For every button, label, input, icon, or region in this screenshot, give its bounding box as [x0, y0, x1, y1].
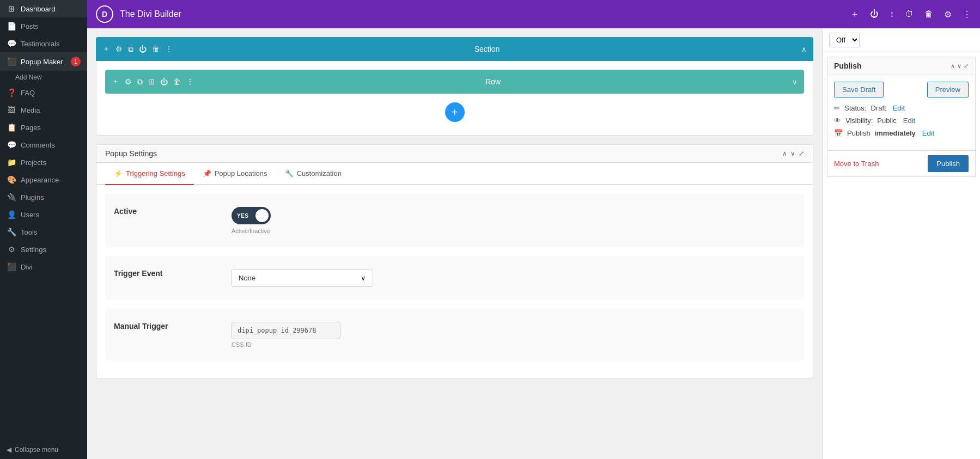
toggle-knob — [255, 209, 269, 222]
sidebar-item-popup-maker[interactable]: ⬛ Popup Maker 1 — [0, 52, 87, 71]
section-bar: ＋ ⚙ ⧉ ⏻ 🗑 ⋮ Section ∧ — [96, 37, 813, 61]
section-duplicate-icon[interactable]: ⧉ — [128, 45, 133, 54]
publish-time-edit-link[interactable]: Edit — [922, 129, 934, 137]
publish-panel: Publish ∧ ∨ ⤢ Save Draft Preview ✏ — [827, 57, 976, 177]
publish-expand-icon[interactable]: ⤢ — [964, 63, 969, 70]
projects-icon: 📁 — [7, 158, 16, 167]
sidebar-item-dashboard[interactable]: ⊞ Dashboard — [0, 0, 87, 17]
row-more-icon[interactable]: ⋮ — [186, 77, 194, 86]
add-module-button[interactable]: + — [445, 102, 465, 122]
divi-builder-title: The Divi Builder — [120, 9, 844, 19]
row-bar-title: Row — [194, 77, 792, 86]
row-columns-icon[interactable]: ⊞ — [148, 77, 155, 86]
row-duplicate-icon[interactable]: ⧉ — [137, 77, 143, 87]
panel-up-icon[interactable]: ∧ — [782, 150, 787, 157]
panel-down-icon[interactable]: ∨ — [790, 150, 795, 157]
css-id-label: CSS ID — [232, 341, 795, 348]
more-options-icon[interactable]: ⋮ — [963, 9, 971, 20]
sidebar-item-settings[interactable]: ⚙ Settings — [0, 241, 87, 258]
right-sidebar: Off Publish ∧ ∨ ⤢ Save Draft Preview — [822, 28, 980, 459]
sidebar-item-plugins[interactable]: 🔌 Plugins — [0, 188, 87, 206]
visibility-edit-link[interactable]: Edit — [903, 117, 915, 125]
responsive-icon[interactable]: ↕ — [890, 9, 894, 19]
builder-area: ＋ ⚙ ⧉ ⏻ 🗑 ⋮ Section ∧ ＋ ⚙ ⧉ — [87, 28, 980, 459]
row-power-icon[interactable]: ⏻ — [160, 77, 168, 86]
section-trash-icon[interactable]: 🗑 — [152, 45, 160, 53]
settings-icon: ⚙ — [7, 245, 16, 254]
main-content: D The Divi Builder ＋ ⏻ ↕ ⏱ 🗑 ⚙ ⋮ ＋ ⚙ ⧉ ⏻… — [87, 0, 980, 459]
publish-meta: ✏ Status: Draft Edit 👁 Visibility: Publi… — [834, 104, 969, 137]
popup-tabs: ⚡ Triggering Settings 📌 Popup Locations … — [96, 163, 813, 185]
publish-time-row: 📅 Publish immediately Edit — [834, 129, 969, 137]
save-draft-button[interactable]: Save Draft — [834, 82, 884, 97]
add-module-area: + — [105, 94, 804, 126]
manual-trigger-input[interactable] — [232, 322, 340, 339]
tab-customization[interactable]: 🔧 Customization — [276, 163, 350, 185]
row-settings-icon[interactable]: ⚙ — [125, 77, 132, 86]
testimonials-icon: 💬 — [7, 39, 16, 48]
section-content: ＋ ⚙ ⧉ ⊞ ⏻ 🗑 ⋮ Row ∨ + — [96, 61, 813, 136]
row-bar-left-icons: ＋ ⚙ ⧉ ⊞ ⏻ 🗑 ⋮ — [112, 77, 194, 87]
manual-trigger-control: CSS ID — [232, 322, 795, 348]
publish-header-controls: ∧ ∨ ⤢ — [951, 63, 969, 70]
trigger-event-dropdown[interactable]: None ∨ — [232, 269, 373, 287]
sidebar-item-posts[interactable]: 📄 Posts — [0, 17, 87, 35]
sidebar-item-divi[interactable]: ⬛ Divi — [0, 258, 87, 276]
section-more-icon[interactable]: ⋮ — [165, 45, 173, 53]
row-trash-icon[interactable]: 🗑 — [173, 77, 181, 86]
sidebar-item-media[interactable]: 🖼 Media — [0, 101, 87, 119]
row-collapse-icon[interactable]: ∨ — [792, 78, 798, 86]
section-bar-title: Section — [173, 45, 801, 53]
panel-controls: ∧ ∨ ⤢ — [782, 150, 804, 157]
divi-builder-header: D The Divi Builder ＋ ⏻ ↕ ⏱ 🗑 ⚙ ⋮ — [87, 0, 980, 28]
history-icon[interactable]: ⏱ — [905, 9, 914, 19]
sidebar-sub-add-new[interactable]: Add New — [0, 71, 87, 84]
off-select[interactable]: Off — [829, 33, 860, 47]
section-settings-icon[interactable]: ⚙ — [115, 45, 123, 53]
tab-popup-locations[interactable]: 📌 Popup Locations — [194, 163, 276, 185]
collapse-menu-btn[interactable]: ◀ Collapse menu — [0, 440, 87, 459]
sidebar-item-faq[interactable]: ❓ FAQ — [0, 84, 87, 101]
sidebar-item-appearance[interactable]: 🎨 Appearance — [0, 171, 87, 188]
publish-title: Publish — [834, 62, 862, 70]
publish-label: Publish — [847, 129, 871, 137]
popup-maker-badge: 1 — [71, 57, 81, 66]
power-icon[interactable]: ⏻ — [870, 9, 879, 19]
sidebar-item-projects[interactable]: 📁 Projects — [0, 154, 87, 171]
dropdown-chevron-icon: ∨ — [361, 274, 366, 282]
tab-triggering-settings[interactable]: ⚡ Triggering Settings — [105, 163, 194, 185]
visibility-label: Visibility: — [845, 117, 873, 125]
sidebar-item-users[interactable]: 👤 Users — [0, 206, 87, 223]
publish-up-icon[interactable]: ∧ — [951, 63, 955, 70]
publish-button[interactable]: Publish — [928, 155, 969, 172]
section-power-icon[interactable]: ⏻ — [139, 45, 147, 53]
preview-button[interactable]: Preview — [927, 82, 969, 97]
calendar-icon: 📅 — [834, 129, 843, 137]
status-edit-link[interactable]: Edit — [893, 104, 905, 112]
sidebar-item-pages[interactable]: 📋 Pages — [0, 119, 87, 136]
visibility-value: Public — [877, 117, 896, 125]
trash-icon[interactable]: 🗑 — [924, 9, 933, 19]
manual-trigger-row: Manual Trigger CSS ID — [105, 309, 804, 361]
add-content-icon[interactable]: ＋ — [850, 9, 859, 20]
settings-gear-icon[interactable]: ⚙ — [944, 9, 952, 20]
row-add-icon[interactable]: ＋ — [112, 77, 119, 87]
status-value: Draft — [871, 104, 886, 112]
immediately-label: immediately — [875, 129, 916, 137]
section-add-icon[interactable]: ＋ — [102, 44, 110, 54]
trigger-event-control: None ∨ — [232, 269, 795, 287]
active-toggle[interactable]: YES — [232, 207, 271, 224]
manual-trigger-label: Manual Trigger — [114, 322, 223, 331]
sidebar-item-testimonials[interactable]: 💬 Testimonials — [0, 35, 87, 52]
sidebar-item-tools[interactable]: 🔧 Tools — [0, 223, 87, 241]
popup-maker-icon: ⬛ — [7, 57, 16, 66]
section-bar-left-icons: ＋ ⚙ ⧉ ⏻ 🗑 ⋮ — [102, 44, 173, 54]
section-collapse-icon[interactable]: ∧ — [801, 45, 807, 53]
move-to-trash-link[interactable]: Move to Trash — [834, 160, 879, 168]
triggering-tab-icon: ⚡ — [114, 169, 123, 178]
popup-settings-panel: Popup Settings ∧ ∨ ⤢ ⚡ Triggering Settin… — [96, 144, 813, 379]
sidebar-item-comments[interactable]: 💬 Comments — [0, 136, 87, 154]
visibility-row: 👁 Visibility: Public Edit — [834, 117, 969, 125]
panel-expand-icon[interactable]: ⤢ — [799, 150, 804, 157]
publish-down-icon[interactable]: ∨ — [957, 63, 961, 70]
